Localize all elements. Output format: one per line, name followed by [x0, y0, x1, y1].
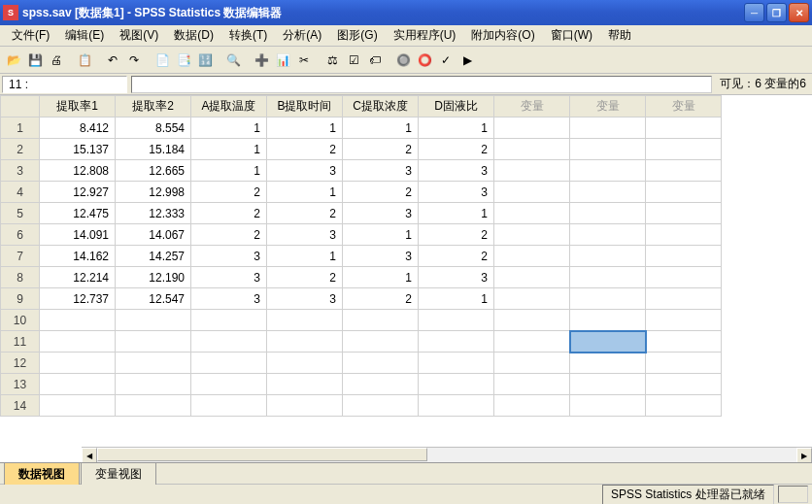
row-header[interactable]: 5	[1, 203, 40, 224]
cell[interactable]: 2	[343, 288, 419, 310]
cell[interactable]: 8.412	[40, 118, 116, 139]
cell[interactable]: 14.067	[116, 224, 191, 246]
scroll-left-icon[interactable]: ◀	[82, 448, 97, 462]
weight-icon[interactable]: ⚖	[322, 50, 342, 70]
cell[interactable]	[40, 331, 116, 353]
cell[interactable]	[494, 288, 570, 310]
cell[interactable]	[191, 310, 267, 331]
cell[interactable]	[646, 224, 722, 246]
cell[interactable]: 12.927	[40, 182, 116, 203]
tab-data-view[interactable]: 数据视图	[4, 462, 80, 485]
cell[interactable]: 2	[191, 203, 267, 224]
cell[interactable]: 3	[267, 224, 343, 246]
cell[interactable]	[494, 203, 570, 224]
cell[interactable]	[191, 353, 267, 374]
cell[interactable]: 3	[419, 267, 494, 288]
cell[interactable]	[419, 374, 494, 395]
cell[interactable]: 12.214	[40, 267, 116, 288]
cell[interactable]: 2	[343, 182, 419, 203]
cell[interactable]: 1	[267, 118, 343, 139]
insert-var-icon[interactable]: 📊	[273, 50, 292, 70]
cell[interactable]	[116, 353, 191, 374]
cell[interactable]: 3	[191, 246, 267, 267]
cell[interactable]	[191, 374, 267, 395]
menu-transform[interactable]: 转换(T)	[221, 25, 275, 46]
cell[interactable]	[191, 395, 267, 417]
row-header[interactable]: 1	[1, 118, 40, 139]
cell[interactable]: 1	[419, 118, 494, 139]
row-header[interactable]: 4	[1, 182, 40, 203]
cell[interactable]	[267, 331, 343, 353]
cell[interactable]	[570, 353, 646, 374]
redo-icon[interactable]: ↷	[124, 50, 144, 70]
row-header[interactable]: 9	[1, 288, 40, 310]
cell[interactable]	[494, 310, 570, 331]
cell[interactable]: 2	[191, 224, 267, 246]
tab-variable-view[interactable]: 变量视图	[81, 462, 156, 485]
cell[interactable]	[570, 118, 646, 139]
cell[interactable]: 1	[343, 267, 419, 288]
row-header[interactable]: 14	[1, 395, 40, 417]
cell[interactable]: 14.162	[40, 246, 116, 267]
cell[interactable]	[646, 395, 722, 417]
cell[interactable]	[191, 331, 267, 353]
cell[interactable]	[343, 310, 419, 331]
cell[interactable]: 1	[191, 139, 267, 160]
run-icon[interactable]: ▶	[457, 50, 477, 70]
show-all-icon[interactable]: ⭕	[415, 50, 434, 70]
cell[interactable]: 12.998	[116, 182, 191, 203]
cell[interactable]	[646, 310, 722, 331]
cell[interactable]	[494, 267, 570, 288]
cell[interactable]	[570, 203, 646, 224]
cell[interactable]	[40, 310, 116, 331]
cell[interactable]	[40, 374, 116, 395]
column-header[interactable]: C提取浓度	[343, 96, 419, 118]
cell[interactable]	[494, 331, 570, 353]
cell[interactable]	[646, 139, 722, 160]
column-header[interactable]: 提取率2	[116, 96, 191, 118]
row-header[interactable]: 7	[1, 246, 40, 267]
cell[interactable]	[419, 395, 494, 417]
column-header[interactable]: D固液比	[419, 96, 494, 118]
cell[interactable]	[267, 395, 343, 417]
column-header[interactable]: 提取率1	[40, 96, 116, 118]
row-header[interactable]: 2	[1, 139, 40, 160]
cell[interactable]: 2	[267, 139, 343, 160]
column-header[interactable]: 变量	[646, 96, 722, 118]
cell[interactable]	[570, 224, 646, 246]
cell[interactable]	[494, 353, 570, 374]
spell-icon[interactable]: ✓	[436, 50, 456, 70]
row-header[interactable]: 6	[1, 224, 40, 246]
cell[interactable]	[570, 139, 646, 160]
cell[interactable]: 2	[267, 267, 343, 288]
cell[interactable]: 15.184	[116, 139, 191, 160]
menu-help[interactable]: 帮助	[600, 25, 639, 46]
cell[interactable]	[494, 182, 570, 203]
cell[interactable]: 1	[267, 182, 343, 203]
cell[interactable]	[494, 374, 570, 395]
horizontal-scrollbar[interactable]: ◀ ▶	[82, 447, 812, 462]
insert-case-icon[interactable]: ➕	[252, 50, 271, 70]
cell[interactable]: 3	[343, 246, 419, 267]
column-header[interactable]: 变量	[494, 96, 570, 118]
cell[interactable]: 12.665	[116, 160, 191, 182]
cell[interactable]	[570, 160, 646, 182]
cell[interactable]: 12.475	[40, 203, 116, 224]
cell[interactable]: 1	[419, 288, 494, 310]
row-header[interactable]: 8	[1, 267, 40, 288]
cell[interactable]: 12.737	[40, 288, 116, 310]
cell[interactable]	[343, 331, 419, 353]
cell[interactable]: 12.190	[116, 267, 191, 288]
cell[interactable]	[343, 395, 419, 417]
cell[interactable]: 1	[343, 224, 419, 246]
cell[interactable]: 12.547	[116, 288, 191, 310]
cell[interactable]	[570, 246, 646, 267]
column-header[interactable]: A提取温度	[191, 96, 267, 118]
cell[interactable]	[419, 331, 494, 353]
scroll-right-icon[interactable]: ▶	[796, 448, 812, 462]
cell[interactable]	[570, 310, 646, 331]
cell[interactable]	[116, 331, 191, 353]
open-icon[interactable]: 📂	[4, 50, 23, 70]
cell[interactable]: 12.333	[116, 203, 191, 224]
cell[interactable]: 2	[419, 139, 494, 160]
